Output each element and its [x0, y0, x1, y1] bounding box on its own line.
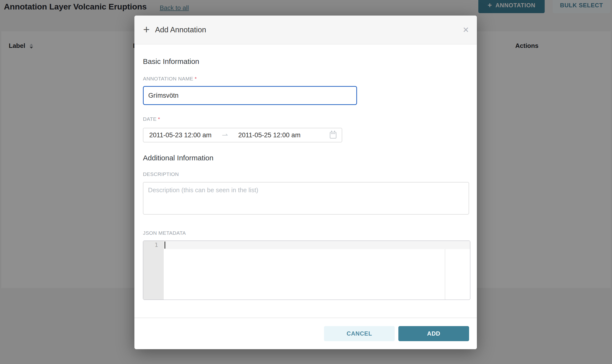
modal-header: + Add Annotation ✕	[134, 15, 477, 44]
close-icon[interactable]: ✕	[463, 26, 469, 34]
date-label: DATE*	[143, 116, 469, 122]
editor-line-number-gutter: 1	[143, 241, 164, 299]
add-button[interactable]: ADD	[398, 326, 469, 341]
editor-active-line	[164, 241, 470, 249]
calendar-icon[interactable]	[330, 132, 336, 139]
modal-title: Add Annotation	[155, 26, 206, 34]
add-annotation-modal: + Add Annotation ✕ Basic Information ANN…	[134, 15, 477, 349]
arrow-right-icon: ⇀	[211, 131, 238, 139]
json-metadata-label: JSON METADATA	[143, 230, 469, 236]
annotation-layer-page: Annotation Layer Volcanic Eruptions Back…	[0, 0, 612, 364]
json-metadata-editor[interactable]: 1	[143, 241, 470, 300]
date-range-picker[interactable]: 2011-05-23 12:00 am ⇀ 2011-05-25 12:00 a…	[143, 128, 342, 143]
date-start-value[interactable]: 2011-05-23 12:00 am	[149, 131, 211, 139]
plus-icon: +	[143, 24, 150, 35]
cancel-button[interactable]: CANCEL	[324, 326, 395, 341]
section-additional-information: Additional Information	[143, 154, 469, 162]
required-asterisk: *	[158, 116, 160, 122]
annotation-name-label-text: ANNOTATION NAME	[143, 76, 193, 81]
modal-footer: CANCEL ADD	[134, 318, 477, 349]
annotation-name-input[interactable]	[143, 86, 357, 105]
date-end-value[interactable]: 2011-05-25 12:00 am	[238, 131, 300, 139]
editor-text-cursor	[165, 242, 165, 248]
date-label-text: DATE	[143, 116, 156, 122]
description-textarea[interactable]	[143, 182, 469, 215]
editor-print-margin	[445, 241, 445, 299]
annotation-name-label: ANNOTATION NAME*	[143, 76, 469, 82]
modal-body: Basic Information ANNOTATION NAME* DATE*…	[134, 57, 477, 300]
line-number: 1	[143, 241, 163, 249]
required-asterisk: *	[195, 76, 197, 81]
section-basic-information: Basic Information	[143, 57, 469, 66]
description-label: DESCRIPTION	[143, 171, 469, 177]
